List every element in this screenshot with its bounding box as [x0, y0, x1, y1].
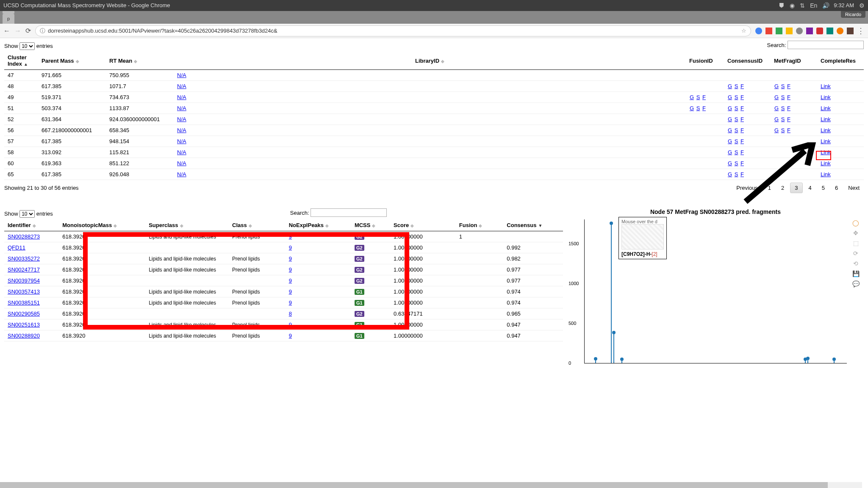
- complete-res-link[interactable]: Link: [821, 138, 831, 144]
- library-na-link[interactable]: N/A: [177, 160, 186, 166]
- g-link[interactable]: G: [774, 94, 779, 100]
- g-link[interactable]: G: [774, 83, 779, 89]
- f-link[interactable]: F: [740, 94, 744, 100]
- col-fusion-id[interactable]: FusionID: [686, 52, 724, 70]
- col-superclass[interactable]: Superclass◆: [145, 219, 229, 231]
- complete-res-link[interactable]: Link: [821, 171, 831, 177]
- chart-point[interactable]: [612, 331, 616, 334]
- noexplpeaks-link[interactable]: 9: [289, 233, 292, 240]
- pager-prev[interactable]: Previous: [732, 183, 762, 193]
- f-link[interactable]: F: [702, 105, 706, 111]
- table2-length-select[interactable]: 10: [19, 210, 35, 218]
- s-link[interactable]: S: [781, 94, 785, 100]
- ext-icon-2[interactable]: [765, 28, 772, 34]
- chart-point[interactable]: [806, 357, 810, 360]
- col-identifier[interactable]: Identifier◆: [4, 219, 59, 231]
- pan-tool-icon[interactable]: ✥: [852, 230, 860, 237]
- chart-point[interactable]: [594, 357, 597, 360]
- f-link[interactable]: F: [740, 160, 744, 166]
- identifier-link[interactable]: SN00357413: [8, 288, 40, 295]
- s-link[interactable]: S: [735, 83, 738, 89]
- g-link[interactable]: G: [690, 94, 694, 100]
- library-na-link[interactable]: N/A: [177, 105, 186, 111]
- f-link[interactable]: F: [740, 105, 744, 111]
- f-link[interactable]: F: [740, 127, 744, 133]
- noexplpeaks-link[interactable]: 9: [289, 322, 292, 328]
- complete-res-link[interactable]: Link: [821, 127, 831, 133]
- pager-page[interactable]: 2: [777, 183, 788, 193]
- f-link[interactable]: F: [702, 94, 706, 100]
- s-link[interactable]: S: [781, 83, 785, 89]
- library-na-link[interactable]: N/A: [177, 149, 186, 155]
- noexplpeaks-link[interactable]: 9: [289, 244, 292, 251]
- g-link[interactable]: G: [728, 83, 732, 89]
- s-link[interactable]: S: [696, 94, 700, 100]
- f-link[interactable]: F: [787, 94, 790, 100]
- forward-button[interactable]: →: [14, 27, 21, 35]
- chart-stem[interactable]: [807, 358, 808, 363]
- wheel-zoom-icon[interactable]: ⟳: [852, 250, 860, 258]
- col-fusion[interactable]: Fusion◆: [456, 219, 504, 231]
- table2-search-input[interactable]: [311, 208, 387, 217]
- noexplpeaks-link[interactable]: 8: [289, 311, 292, 317]
- noexplpeaks-link[interactable]: 9: [289, 299, 292, 306]
- complete-res-link[interactable]: Link: [821, 160, 831, 166]
- back-button[interactable]: ←: [3, 27, 10, 35]
- chart-stem[interactable]: [621, 359, 622, 363]
- library-na-link[interactable]: N/A: [177, 171, 186, 177]
- f-link[interactable]: F: [740, 116, 744, 122]
- g-link[interactable]: G: [728, 116, 732, 122]
- col-library-id[interactable]: LibraryID◆: [174, 52, 686, 70]
- s-link[interactable]: S: [735, 105, 738, 111]
- pager-page[interactable]: 3: [790, 183, 802, 193]
- identifier-link[interactable]: SN00397954: [8, 277, 40, 284]
- library-na-link[interactable]: N/A: [177, 94, 186, 100]
- bookmark-star-icon[interactable]: ☆: [741, 28, 746, 34]
- s-link[interactable]: S: [735, 160, 738, 166]
- f-link[interactable]: F: [740, 149, 744, 155]
- chrome-sys-icon[interactable]: ◉: [790, 0, 795, 11]
- col-class[interactable]: Class◆: [229, 219, 286, 231]
- pager-page[interactable]: 1: [764, 183, 775, 193]
- g-link[interactable]: G: [728, 127, 732, 133]
- s-link[interactable]: S: [735, 116, 738, 122]
- s-link[interactable]: S: [735, 171, 738, 177]
- ext-icon-7[interactable]: [816, 28, 823, 34]
- ext-icon-10[interactable]: [847, 28, 854, 34]
- col-rt-mean[interactable]: RT Mean◆: [106, 52, 174, 70]
- chart-stem[interactable]: [805, 359, 806, 363]
- f-link[interactable]: F: [787, 127, 790, 133]
- f-link[interactable]: F: [787, 116, 790, 122]
- library-na-link[interactable]: N/A: [177, 138, 186, 144]
- pager-page[interactable]: 5: [818, 183, 829, 193]
- clock[interactable]: 9:32 AM: [834, 0, 854, 11]
- f-link[interactable]: F: [787, 83, 790, 89]
- chart-stem[interactable]: [613, 333, 614, 363]
- zoom-box-icon[interactable]: ⬚: [852, 240, 860, 247]
- pager-page[interactable]: 6: [831, 183, 842, 193]
- pager-page[interactable]: 4: [804, 183, 816, 193]
- col-noexplpeaks[interactable]: NoExplPeaks◆: [286, 219, 351, 231]
- reload-button[interactable]: ⟳: [25, 27, 31, 35]
- identifier-link[interactable]: SN00251613: [8, 322, 40, 328]
- complete-res-link[interactable]: Link: [821, 94, 831, 100]
- s-link[interactable]: S: [696, 105, 700, 111]
- g-link[interactable]: G: [728, 160, 732, 166]
- s-link[interactable]: S: [781, 127, 785, 133]
- settings-gear-icon[interactable]: ⚙: [859, 0, 865, 11]
- library-na-link[interactable]: N/A: [177, 116, 186, 122]
- col-metfrag-id[interactable]: MetFragID: [771, 52, 817, 70]
- col-consensus-id[interactable]: ConsensusID: [724, 52, 771, 70]
- browser-menu-icon[interactable]: ⋮: [857, 26, 865, 36]
- s-link[interactable]: S: [735, 94, 738, 100]
- g-link[interactable]: G: [774, 105, 779, 111]
- fragment-chart[interactable]: Mouse over the d [C9H7O2]-H-[2] ◯ ✥ ⬚ ⟳ …: [584, 219, 847, 363]
- g-link[interactable]: G: [774, 116, 779, 122]
- chart-stem[interactable]: [595, 359, 596, 363]
- f-link[interactable]: F: [740, 138, 744, 144]
- ext-icon-6[interactable]: [806, 28, 813, 34]
- chart-stem[interactable]: [611, 223, 612, 363]
- browser-tab[interactable]: p: [3, 14, 14, 24]
- f-link[interactable]: F: [740, 83, 744, 89]
- complete-res-link[interactable]: Link: [821, 83, 831, 89]
